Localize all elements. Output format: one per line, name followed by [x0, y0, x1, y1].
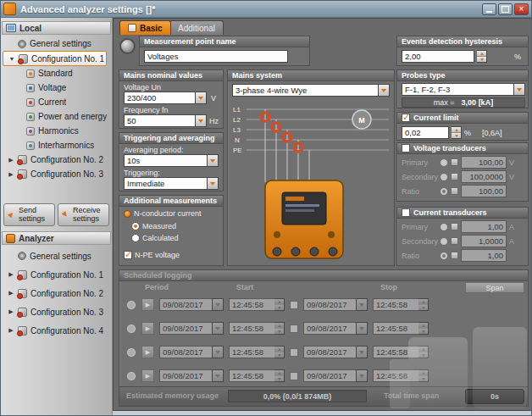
stop-time-spinner[interactable] [418, 298, 429, 311]
start-time-spinner[interactable] [274, 298, 285, 311]
triggering-select[interactable]: Immediate [124, 177, 219, 190]
primary-radio[interactable] [440, 158, 448, 167]
stop-enable-checkbox[interactable] [290, 301, 298, 309]
stop-enable-checkbox[interactable] [290, 324, 298, 333]
chevron-expanded-icon[interactable]: ▼ [8, 56, 15, 62]
sidebar-item-current[interactable]: Current [1, 95, 112, 109]
calculated-radio[interactable] [131, 234, 140, 242]
start-date-select[interactable]: 09/08/2017 [159, 369, 224, 382]
start-time-spinner[interactable] [274, 369, 285, 382]
stop-time-input[interactable]: 12:45:58 [373, 346, 429, 358]
frequency-select[interactable]: 50 [124, 114, 207, 127]
chevron-collapsed-icon[interactable]: ▶ [8, 171, 14, 178]
tab-basic[interactable]: Basic [119, 20, 171, 35]
primary-value[interactable]: 1,00 [461, 220, 507, 233]
sidebar-item-power-and-energy[interactable]: Power and energy [1, 109, 112, 124]
ratio-radio[interactable] [440, 252, 448, 260]
chevron-collapsed-icon[interactable]: ▶ [8, 157, 14, 164]
start-time-input[interactable]: 12:45:58 [229, 298, 285, 311]
start-time-spinner[interactable] [274, 322, 285, 335]
stop-date-dropdown-button[interactable] [356, 346, 368, 358]
stop-time-spinner[interactable] [418, 322, 429, 335]
sidebar-item-analyzer-configuration-2[interactable]: ▶ Configuration No. 2 [1, 284, 112, 302]
stop-date-select[interactable]: 09/08/2017 [303, 298, 368, 311]
stop-time-input[interactable]: 12:45:58 [373, 322, 429, 335]
stop-time-spinner[interactable] [418, 369, 429, 382]
secondary-value[interactable]: 1,0000 [461, 235, 507, 247]
close-button[interactable]: × [514, 3, 529, 15]
current-transducers-checkbox[interactable] [402, 208, 410, 217]
averaging-period-select[interactable]: 10s [124, 154, 219, 167]
stop-time-spinner[interactable] [418, 346, 429, 358]
send-settings-button[interactable]: ▲ Send settings [3, 203, 55, 226]
voltage-un-select[interactable]: 230/400 [124, 92, 207, 104]
hysteresis-spinner[interactable] [477, 50, 487, 63]
sidebar-item-local-configuration-3[interactable]: ▶ Configuration No. 3 [1, 167, 112, 181]
sidebar-item-interharmonics[interactable]: Interharmonics [1, 138, 112, 153]
start-time-input[interactable]: 12:45:58 [229, 369, 285, 382]
frequency-dropdown-button[interactable] [195, 114, 207, 127]
sidebar-item-analyzer-configuration-3[interactable]: ▶ Configuration No. 3 [1, 302, 112, 321]
primary-radio[interactable] [440, 223, 448, 231]
probes-type-dropdown-button[interactable] [513, 83, 525, 96]
voltage-transducers-checkbox[interactable] [402, 144, 410, 153]
row-trigger-button[interactable]: ▶ [141, 322, 154, 335]
stop-time-input[interactable]: 12:45:58 [373, 298, 429, 311]
row-trigger-button[interactable]: ▶ [141, 346, 154, 358]
secondary-radio[interactable] [440, 237, 448, 246]
start-date-dropdown-button[interactable] [212, 369, 224, 382]
npe-voltage-checkbox[interactable] [124, 251, 132, 259]
start-time-input[interactable]: 12:45:58 [229, 322, 285, 335]
start-date-dropdown-button[interactable] [212, 298, 224, 311]
sidebar-item-analyzer-configuration-1[interactable]: ▶ Configuration No. 1 [1, 265, 112, 284]
current-limit-checkbox[interactable] [402, 114, 410, 122]
voltage-un-dropdown-button[interactable] [195, 92, 207, 104]
sidebar-item-analyzer-configuration-4[interactable]: ▶ Configuration No. 4 [1, 321, 112, 340]
ratio-value[interactable]: 1,00 [461, 249, 507, 262]
chevron-collapsed-icon[interactable]: ▶ [8, 308, 14, 315]
triggering-dropdown-button[interactable] [207, 177, 219, 190]
averaging-period-dropdown-button[interactable] [207, 154, 219, 167]
start-date-dropdown-button[interactable] [212, 322, 224, 335]
secondary-radio[interactable] [440, 173, 448, 181]
receive-settings-button[interactable]: ▼ Receive settings [58, 203, 109, 226]
start-date-select[interactable]: 09/08/2017 [159, 346, 224, 358]
row-trigger-button[interactable]: ▶ [141, 298, 154, 311]
stop-date-select[interactable]: 09/08/2017 [303, 346, 368, 358]
measured-radio[interactable] [131, 222, 140, 230]
sidebar-item-analyzer-general-settings[interactable]: General settings [1, 247, 112, 265]
start-date-select[interactable]: 09/08/2017 [159, 322, 224, 335]
stop-date-select[interactable]: 09/08/2017 [303, 369, 368, 382]
probes-type-select[interactable]: F-1, F-2, F-3 [402, 83, 525, 96]
span-header-button[interactable]: Span [465, 282, 524, 293]
chevron-collapsed-icon[interactable]: ▶ [8, 290, 14, 297]
chevron-collapsed-icon[interactable]: ▶ [8, 327, 14, 334]
stop-enable-checkbox[interactable] [290, 348, 298, 357]
start-date-dropdown-button[interactable] [212, 346, 224, 358]
stop-date-dropdown-button[interactable] [356, 322, 368, 335]
minimize-button[interactable] [482, 3, 496, 15]
chevron-collapsed-icon[interactable]: ▶ [8, 271, 14, 278]
maximize-button[interactable] [498, 3, 513, 15]
start-date-select[interactable]: 09/08/2017 [159, 298, 224, 311]
secondary-value[interactable]: 100,0000 [461, 170, 507, 183]
ratio-value[interactable]: 100,00 [461, 185, 507, 197]
ratio-radio[interactable] [440, 187, 448, 196]
current-limit-input[interactable] [402, 126, 449, 139]
sidebar-item-voltage[interactable]: Voltage [1, 80, 112, 95]
sidebar-item-standard[interactable]: Standard [1, 66, 112, 80]
sidebar-item-local-configuration-2[interactable]: ▶ Configuration No. 2 [1, 153, 112, 167]
tab-additional[interactable]: Additional [169, 20, 224, 35]
stop-date-dropdown-button[interactable] [356, 369, 368, 382]
primary-value[interactable]: 100,00 [461, 156, 507, 169]
stop-time-input[interactable]: 12:45:58 [373, 369, 429, 382]
stop-date-select[interactable]: 09/08/2017 [303, 322, 368, 335]
sidebar-item-harmonics[interactable]: Harmonics [1, 124, 112, 138]
start-time-input[interactable]: 12:45:58 [229, 346, 285, 358]
hysteresis-input[interactable] [402, 50, 474, 63]
sidebar-item-local-configuration-1[interactable]: ▼ Configuration No. 1 [3, 51, 107, 66]
mains-system-select[interactable]: 3-phase 4-wire Wye [232, 84, 390, 97]
current-limit-spinner[interactable] [452, 126, 462, 139]
measurement-point-input[interactable] [144, 50, 288, 63]
sidebar-item-local-general-settings[interactable]: General settings [1, 36, 112, 51]
